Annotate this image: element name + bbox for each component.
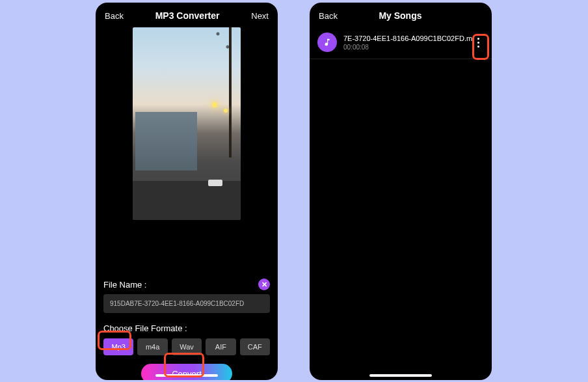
format-mp3[interactable]: Mp3 (103, 338, 133, 355)
format-wav[interactable]: Wav (172, 338, 202, 355)
format-section: Choose File Formate : Mp3 m4a Wav AIF CA… (96, 323, 278, 355)
nav-bar: Back MP3 Converter Next (96, 3, 278, 27)
music-note-icon (317, 33, 337, 52)
home-indicator[interactable] (155, 374, 218, 377)
convert-button[interactable]: Convert (141, 364, 232, 380)
video-preview-wrap (96, 27, 278, 220)
nav-bar: Back My Songs (310, 3, 492, 27)
home-indicator[interactable] (369, 374, 432, 377)
format-m4a[interactable]: m4a (137, 338, 167, 355)
format-aif[interactable]: AIF (206, 338, 235, 355)
filename-label: File Name : (103, 280, 146, 290)
clear-filename-button[interactable]: ✕ (258, 279, 270, 290)
screen-title: MP3 Converter (155, 10, 220, 21)
back-button[interactable]: Back (105, 11, 124, 21)
format-label: Choose File Formate : (103, 323, 270, 333)
converter-screen: Back MP3 Converter Next File Name : ✕ Ch… (96, 3, 278, 380)
song-name: 7E-3720-4EE1-8166-A099C1BC02FD.mp3 (343, 34, 472, 42)
song-duration: 00:00:08 (343, 44, 472, 51)
song-meta: 7E-3720-4EE1-8166-A099C1BC02FD.mp3 00:00… (343, 34, 472, 51)
format-caf[interactable]: CAF (240, 338, 270, 355)
song-row[interactable]: 7E-3720-4EE1-8166-A099C1BC02FD.mp3 00:00… (310, 27, 492, 59)
back-button[interactable]: Back (319, 11, 338, 21)
next-button[interactable]: Next (251, 11, 269, 21)
filename-section: File Name : ✕ (96, 279, 278, 313)
format-row: Mp3 m4a Wav AIF CAF (103, 338, 270, 355)
songs-screen: Back My Songs 7E-3720-4EE1-8166-A099C1BC… (310, 3, 492, 380)
video-preview[interactable] (133, 27, 241, 220)
filename-input[interactable] (103, 294, 270, 313)
screen-title: My Songs (379, 10, 421, 21)
more-options-button[interactable] (472, 34, 484, 51)
